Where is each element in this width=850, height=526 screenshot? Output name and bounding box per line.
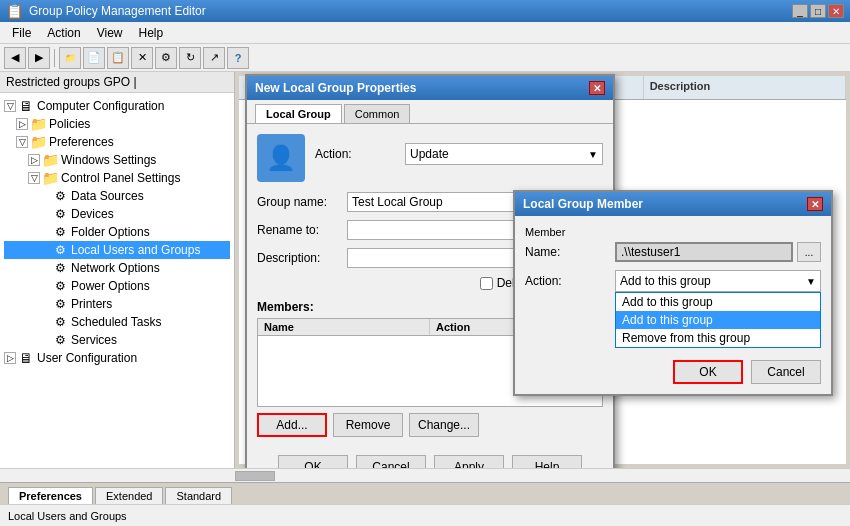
close-button[interactable]: ✕ [828,4,844,18]
nlg-add-button[interactable]: Add... [257,413,327,437]
tree-item-power-options[interactable]: ⚙ Power Options [4,277,230,295]
bottom-area: Preferences Extended Standard Local User… [0,482,850,526]
lgm-dropdown-list: Add to this group Add to this group Remo… [615,292,821,348]
tree-item-data-sources[interactable]: ⚙ Data Sources [4,187,230,205]
toolbar-sep-1 [54,49,55,67]
nlg-close-button[interactable]: ✕ [589,81,605,95]
tree-item-network-options[interactable]: ⚙ Network Options [4,259,230,277]
tree-label-devices: Devices [71,207,114,221]
tree-item-printers[interactable]: ⚙ Printers [4,295,230,313]
tree-item-preferences[interactable]: ▽ 📁 Preferences [4,133,230,151]
tree-item-scheduled-tasks[interactable]: ⚙ Scheduled Tasks [4,313,230,331]
lgm-member-section: Member Name: ... Action: [525,226,821,292]
lgm-ok-button[interactable]: OK [673,360,743,384]
lgm-action-select[interactable]: Add to this group ▼ [615,270,821,292]
lgm-action-value: Add to this group [620,274,711,288]
tree-label-local-users-groups: Local Users and Groups [71,243,200,257]
gear-icon-folder-options: ⚙ [52,224,68,240]
delete-btn[interactable]: ✕ [131,47,153,69]
horizontal-scrollbar[interactable] [235,471,275,481]
nlg-apply-button[interactable]: Apply [434,455,504,468]
tree-label-computer-config: Computer Configuration [37,99,164,113]
nlg-ok-button[interactable]: OK [278,455,348,468]
expand-control-panel[interactable]: ▽ [28,172,40,184]
lgm-name-input-area: ... [615,242,821,262]
paste-btn[interactable]: 📋 [107,47,129,69]
app-icon: 📋 [6,3,23,19]
expand-windows-settings[interactable]: ▷ [28,154,40,166]
expand-policies[interactable]: ▷ [16,118,28,130]
tree-label-power-options: Power Options [71,279,150,293]
menu-help[interactable]: Help [131,24,172,42]
show-hide-btn[interactable]: 📁 [59,47,81,69]
tree-label-control-panel: Control Panel Settings [61,171,180,185]
copy-btn[interactable]: 📄 [83,47,105,69]
nlg-title-text: New Local Group Properties [255,81,416,95]
tree-item-control-panel[interactable]: ▽ 📁 Control Panel Settings [4,169,230,187]
properties-btn[interactable]: ⚙ [155,47,177,69]
back-button[interactable]: ◀ [4,47,26,69]
lgm-option-add-1[interactable]: Add to this group [616,293,820,311]
tree-item-computer-configuration[interactable]: ▽ 🖥 Computer Configuration [4,97,230,115]
tree-item-folder-options[interactable]: ⚙ Folder Options [4,223,230,241]
bottom-tab-bar: Preferences Extended Standard [0,482,850,504]
tree-item-policies[interactable]: ▷ 📁 Policies [4,115,230,133]
status-bar: Local Users and Groups [0,504,850,526]
forward-button[interactable]: ▶ [28,47,50,69]
menu-view[interactable]: View [89,24,131,42]
menu-file[interactable]: File [4,24,39,42]
tree-item-local-users-groups[interactable]: ⚙ Local Users and Groups [4,241,230,259]
gear-icon-data-sources: ⚙ [52,188,68,204]
refresh-btn[interactable]: ↻ [179,47,201,69]
nlg-cancel-button[interactable]: Cancel [356,455,426,468]
folder-icon-control-panel: 📁 [42,170,58,186]
tree-item-devices[interactable]: ⚙ Devices [4,205,230,223]
gear-icon-power-options: ⚙ [52,278,68,294]
bottom-tab-extended[interactable]: Extended [95,487,163,504]
nlg-remove-button[interactable]: Remove [333,413,403,437]
nlg-tab-local-group[interactable]: Local Group [255,104,342,123]
tree-label-preferences: Preferences [49,135,114,149]
tree-item-user-configuration[interactable]: ▷ 🖥 User Configuration [4,349,230,367]
lgm-cancel-button[interactable]: Cancel [751,360,821,384]
nlg-wizard-icon: 👤 [257,134,305,182]
menu-action[interactable]: Action [39,24,88,42]
nlg-help-button[interactable]: Help [512,455,582,468]
nlg-action-row: Action: Update ▼ [315,143,603,165]
tree-label-windows-settings: Windows Settings [61,153,156,167]
nlg-header-row: 👤 Action: Update ▼ [257,134,603,182]
app-window: 📋 Group Policy Management Editor _ □ ✕ F… [0,0,850,526]
lgm-footer-buttons: OK Cancel [525,352,821,384]
help-btn[interactable]: ? [227,47,249,69]
minimize-button[interactable]: _ [792,4,808,18]
gear-icon-services: ⚙ [52,332,68,348]
nlg-action-buttons: Add... Remove Change... [257,413,603,437]
tree-item-windows-settings[interactable]: ▷ 📁 Windows Settings [4,151,230,169]
scroll-area [0,468,850,482]
right-panel: Name Full Name Description New Local Gro… [235,72,850,468]
maximize-button[interactable]: □ [810,4,826,18]
nlg-tab-common[interactable]: Common [344,104,411,123]
nlg-delete-checkbox-1[interactable] [480,277,493,290]
tree-item-services[interactable]: ⚙ Services [4,331,230,349]
lgm-browse-button[interactable]: ... [797,242,821,262]
lgm-close-button[interactable]: ✕ [807,197,823,211]
nlg-action-select[interactable]: Update ▼ [405,143,603,165]
tree-view: ▽ 🖥 Computer Configuration ▷ 📁 Policies … [0,93,234,468]
lgm-name-input[interactable] [615,242,793,262]
expand-computer-config[interactable]: ▽ [4,100,16,112]
bottom-tab-standard[interactable]: Standard [165,487,232,504]
bottom-tab-preferences[interactable]: Preferences [8,487,93,504]
lgm-action-label: Action: [525,274,615,288]
nlg-action-label: Action: [315,147,405,161]
folder-icon-windows-settings: 📁 [42,152,58,168]
expand-user-config[interactable]: ▷ [4,352,16,364]
nlg-change-button[interactable]: Change... [409,413,479,437]
gear-icon-printers: ⚙ [52,296,68,312]
nlg-group-name-label: Group name: [257,195,347,209]
expand-preferences[interactable]: ▽ [16,136,28,148]
tree-label-policies: Policies [49,117,90,131]
export-btn[interactable]: ↗ [203,47,225,69]
lgm-option-remove[interactable]: Remove from this group [616,329,820,347]
lgm-option-add-2[interactable]: Add to this group [616,311,820,329]
